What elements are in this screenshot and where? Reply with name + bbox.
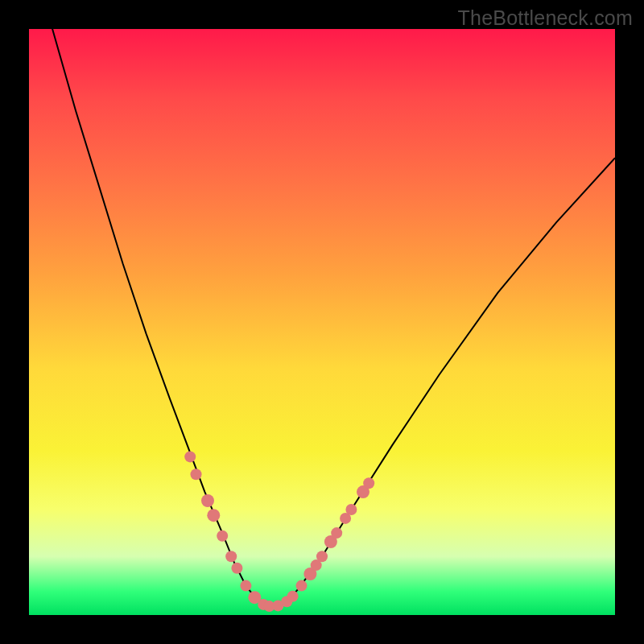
highlight-marker (201, 494, 214, 507)
highlight-marker (363, 477, 374, 489)
highlight-marker (184, 451, 196, 462)
highlight-marker (316, 551, 328, 562)
highlight-marker (207, 509, 220, 522)
chart-frame: TheBottleneck.com (0, 0, 644, 644)
highlight-marker (331, 527, 342, 539)
highlight-marker (287, 591, 299, 602)
plot-area (29, 29, 615, 615)
highlight-marker (217, 530, 228, 542)
highlight-marker (231, 563, 242, 574)
highlight-marker (191, 469, 202, 480)
highlight-marker (240, 580, 251, 592)
chart-svg (29, 29, 615, 615)
marker-group (184, 451, 374, 612)
highlight-marker (345, 504, 357, 515)
highlight-marker (225, 551, 237, 562)
highlight-marker (296, 580, 308, 592)
curve-line (29, 0, 615, 607)
watermark-text: TheBottleneck.com (458, 6, 633, 30)
